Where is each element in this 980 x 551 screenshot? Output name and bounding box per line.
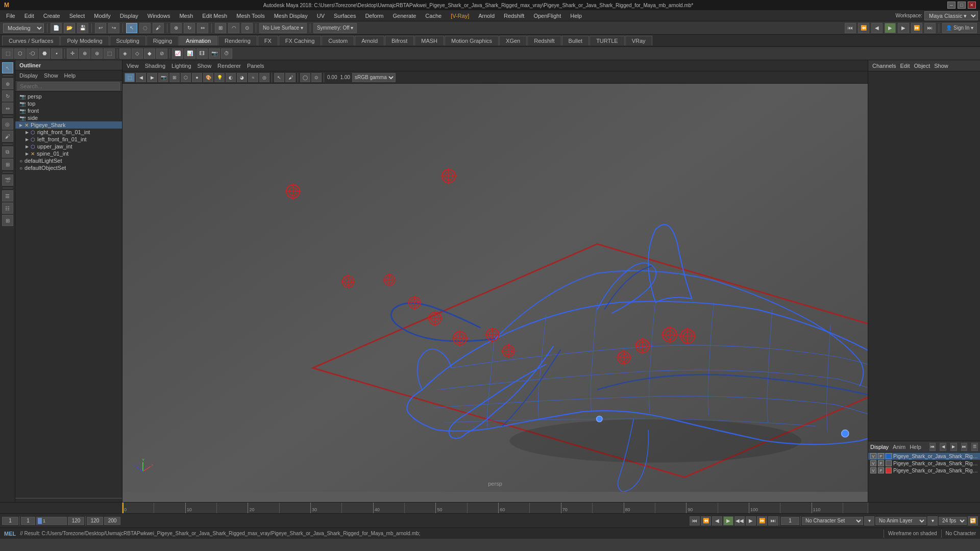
layer-nav-start[interactable]: ⏮ — [929, 443, 936, 451]
menu-mesh-tools[interactable]: Mesh Tools — [232, 12, 268, 20]
show-manips[interactable]: ⧉ — [2, 146, 13, 158]
outliner-item-side[interactable]: 📷 side — [15, 114, 122, 121]
menu-cache[interactable]: Cache — [421, 12, 446, 20]
tab-bullet[interactable]: Bullet — [562, 36, 590, 45]
transport-play-backward[interactable]: ◀◀ — [734, 516, 745, 525]
anim-end-input[interactable] — [104, 517, 120, 525]
timeline-ruler-main[interactable]: 0102030405060708090100110120 — [122, 503, 868, 513]
end-frame-input[interactable] — [68, 517, 84, 525]
maximize-button[interactable]: □ — [958, 2, 966, 9]
menu-deform[interactable]: Deform — [361, 12, 387, 20]
menu-display[interactable]: Display — [116, 12, 142, 20]
vp-ambient-occlusion[interactable]: ◕ — [237, 73, 247, 82]
rotate-tool-left[interactable]: ↻ — [2, 90, 13, 102]
transport-next-key[interactable]: ⏩ — [757, 516, 767, 525]
snap-grid-btn[interactable]: ⊞ — [215, 23, 226, 33]
start-frame-input[interactable] — [21, 517, 35, 525]
menu-file[interactable]: File — [2, 12, 19, 20]
display-layers-icon[interactable]: ☰ — [2, 190, 13, 202]
vp-grid[interactable]: ⊞ — [169, 73, 180, 82]
sign-in-btn[interactable]: 👤 Sign In ▾ — [942, 23, 977, 33]
outliner-item-right-fin[interactable]: ▶ ⬡ right_front_fin_01_int — [15, 129, 122, 136]
tab-bifrost[interactable]: Bifrost — [385, 36, 414, 45]
anim-layer-dropdown[interactable]: No Anim Layer — [875, 517, 926, 525]
anim-layers-icon[interactable]: ⊞ — [2, 215, 13, 226]
loop-btn[interactable]: 🔁 — [968, 516, 978, 525]
menu-arnold[interactable]: Arnold — [474, 12, 499, 20]
icon-move-pivot[interactable]: ⊕ — [79, 48, 90, 59]
new-file-btn[interactable]: 📄 — [51, 23, 62, 33]
vp-toggle-display[interactable]: ⬚ — [125, 73, 135, 82]
vp-light[interactable]: 💡 — [214, 73, 225, 82]
vp-next-frame[interactable]: ▶ — [147, 73, 157, 82]
icon-camera-seq[interactable]: 📷 — [209, 48, 220, 59]
render-view[interactable]: 🎬 — [2, 174, 13, 186]
vp-isolate[interactable]: ◯ — [300, 73, 310, 82]
icon-select[interactable]: ⬚ — [2, 48, 13, 59]
layer-ref-0[interactable]: P — [878, 453, 884, 459]
vp-smooth-shade[interactable]: ● — [192, 73, 202, 82]
tab-arnold[interactable]: Arnold — [355, 36, 384, 45]
snap-curve-btn[interactable]: ◠ — [228, 23, 239, 33]
icon-breakdown[interactable]: ◆ — [144, 48, 155, 59]
vp-paint-mode[interactable]: 🖌 — [285, 73, 296, 82]
scale-tool-left[interactable]: ⇔ — [2, 103, 13, 114]
tab-curves-surfaces[interactable]: Curves / Surfaces — [2, 36, 60, 45]
current-time-bar[interactable]: 1 — [36, 517, 67, 525]
viewport-menu-lighting[interactable]: Lighting — [169, 63, 193, 69]
prev-frame-btn[interactable]: ◀ — [871, 23, 883, 33]
select-tool-left[interactable]: ↖ — [2, 62, 13, 73]
outliner-item-default-obj-set[interactable]: ○ defaultObjectSet — [15, 164, 122, 171]
transport-play-forward[interactable]: ▶ — [723, 516, 733, 525]
vp-select-mode[interactable]: ↖ — [274, 73, 284, 82]
tab-fx[interactable]: FX — [258, 36, 278, 45]
transport-prev-key[interactable]: ⏪ — [701, 516, 711, 525]
outliner-item-spine[interactable]: ▶ ✕ spine_01_int — [15, 150, 122, 157]
icon-transform[interactable]: ✛ — [67, 48, 78, 59]
range-end-input[interactable] — [87, 517, 103, 525]
tab-poly-modeling[interactable]: Poly Modeling — [60, 36, 109, 45]
outliner-item-left-fin[interactable]: ▶ ⬡ left_front_fin_01_int — [15, 136, 122, 143]
move-tool-left[interactable]: ⊕ — [2, 78, 13, 89]
outliner-menu-help[interactable]: Help — [62, 72, 78, 79]
menu-select[interactable]: Select — [65, 12, 89, 20]
paint-select-tool[interactable]: 🖌 — [153, 23, 164, 33]
viewport-menu-renderer[interactable]: Renderer — [215, 63, 243, 69]
vp-texture[interactable]: 🎨 — [203, 73, 213, 82]
icon-key-del[interactable]: ◇ — [132, 48, 143, 59]
menu-vray[interactable]: [V-Ray] — [447, 12, 473, 20]
tab-vray[interactable]: VRay — [625, 36, 652, 45]
icon-edge[interactable]: ⬣ — [39, 48, 50, 59]
window-controls[interactable]: ─ □ ✕ — [947, 2, 976, 9]
undo-btn[interactable]: ↩ — [95, 23, 106, 33]
menu-windows[interactable]: Windows — [143, 12, 175, 20]
layer-ref-1[interactable]: P — [878, 460, 884, 466]
play-btn[interactable]: ▶ — [885, 23, 896, 33]
tab-rendering[interactable]: Rendering — [218, 36, 257, 45]
tab-turtle[interactable]: TURTLE — [590, 36, 625, 45]
icon-trax-ed[interactable]: 🎞 — [197, 48, 208, 59]
tab-custom[interactable]: Custom — [322, 36, 354, 45]
icon-face[interactable]: ▪ — [51, 48, 62, 59]
layer-row-2[interactable]: V P Pigeye_Shark_or_Java_Shark_Rigged_Co… — [868, 467, 980, 474]
outliner-menu-display[interactable]: Display — [17, 72, 40, 79]
current-frame-input[interactable] — [2, 517, 18, 525]
edit-tab[interactable]: Edit — [900, 63, 910, 69]
outliner-item-pigeye-shark[interactable]: ▶ ✕ Pigeye_Shark — [15, 121, 122, 129]
mode-dropdown[interactable]: Modeling — [3, 23, 44, 33]
tab-motion-graphics[interactable]: Motion Graphics — [445, 36, 499, 45]
show-tab[interactable]: Show — [934, 63, 948, 69]
viewport-menu-panels[interactable]: Panels — [245, 63, 266, 69]
rotate-tool[interactable]: ↻ — [184, 23, 195, 33]
symmetry-btn[interactable]: Symmetry: Off ▾ — [313, 23, 357, 33]
fps-dropdown[interactable]: 24 fps — [939, 517, 967, 525]
tab-animation[interactable]: Animation — [179, 36, 217, 45]
layer-nav-end[interactable]: ⏭ — [961, 443, 968, 451]
layer-tab-display[interactable]: Display — [870, 444, 889, 450]
outliner-item-default-light-set[interactable]: ○ defaultLightSet — [15, 157, 122, 164]
save-file-btn[interactable]: 💾 — [77, 23, 88, 33]
menu-generate[interactable]: Generate — [388, 12, 420, 20]
outliner-search-input[interactable] — [17, 82, 120, 90]
gamma-select[interactable]: sRGB gamma — [352, 73, 396, 82]
layer-options[interactable]: ☰ — [971, 443, 978, 451]
